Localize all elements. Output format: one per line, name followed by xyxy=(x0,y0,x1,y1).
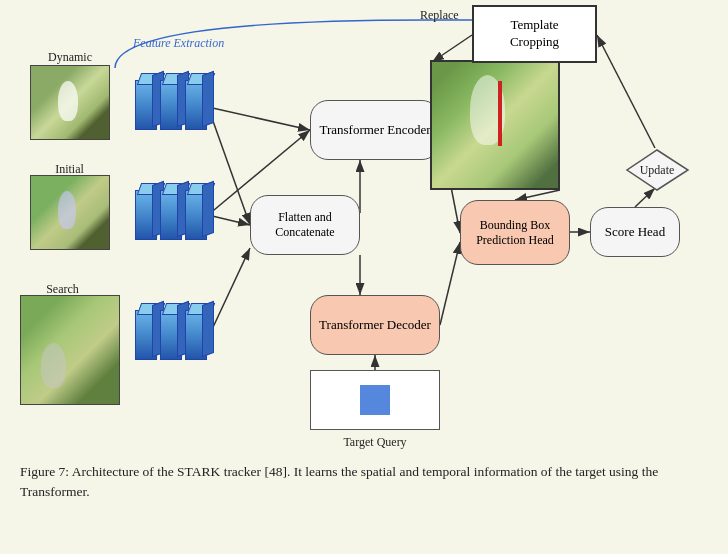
replace-label: Replace xyxy=(420,8,459,23)
flatten-concatenate-box: Flatten and Concatenate xyxy=(250,195,360,255)
target-query-label: Target Query xyxy=(310,435,440,450)
svg-line-5 xyxy=(208,248,250,338)
svg-line-16 xyxy=(432,35,472,62)
svg-line-4 xyxy=(208,215,250,225)
search-region-image xyxy=(20,295,120,405)
svg-line-15 xyxy=(597,35,655,148)
feat-blocks-dynamic xyxy=(135,80,207,130)
bounding-box-prediction-head: Bounding BoxPrediction Head xyxy=(460,200,570,265)
target-query-box xyxy=(310,370,440,430)
transformer-decoder-box: Transformer Decoder xyxy=(310,295,440,355)
dynamic-template-image xyxy=(30,65,110,140)
svg-line-6 xyxy=(208,107,310,130)
svg-text:Update: Update xyxy=(640,163,675,177)
score-head-box: Score Head xyxy=(590,207,680,257)
svg-line-11 xyxy=(440,242,460,325)
transformer-encoder-box: Transformer Encoder xyxy=(310,100,440,160)
svg-line-3 xyxy=(208,107,250,225)
feature-extraction-label: Feature Extraction xyxy=(133,36,224,51)
caption-text: Figure 7: Architecture of the STARK trac… xyxy=(20,464,658,499)
target-query-blue-square xyxy=(360,385,390,415)
svg-line-13 xyxy=(515,190,560,200)
caption-area: Figure 7: Architecture of the STARK trac… xyxy=(20,462,708,503)
template-cropping-box: TemplateCropping xyxy=(472,5,597,63)
feat-blocks-initial xyxy=(135,190,207,240)
diagram-area: Feature Extraction DynamicTemplate Initi… xyxy=(0,0,728,460)
initial-template-image xyxy=(30,175,110,250)
tracking-image xyxy=(430,60,560,190)
feat-blocks-search xyxy=(135,310,207,360)
update-diamond: Update xyxy=(625,148,685,188)
